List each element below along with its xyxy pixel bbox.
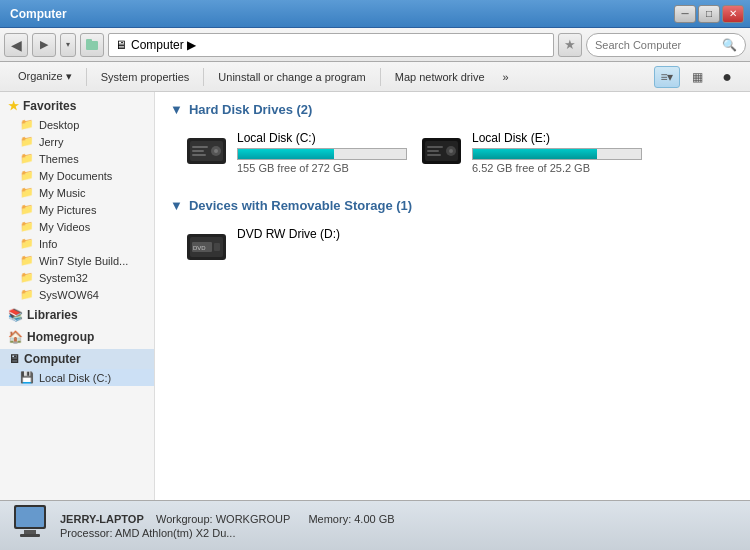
libraries-section: 📚 Libraries <box>0 305 154 325</box>
hard-disk-arrow: ▼ <box>170 102 183 117</box>
libraries-label: Libraries <box>27 308 78 322</box>
mymusic-folder-icon: 📁 <box>20 186 34 199</box>
up-button[interactable] <box>80 33 104 57</box>
window-title: Computer <box>10 7 67 21</box>
sidebar: ★ Favorites 📁 Desktop 📁 Jerry 📁 Themes 📁… <box>0 92 155 500</box>
sidebar-item-local-c[interactable]: 💾 Local Disk (C:) <box>0 369 154 386</box>
uninstall-button[interactable]: Uninstall or change a program <box>210 66 373 88</box>
svg-rect-14 <box>427 150 439 152</box>
sidebar-item-mypictures[interactable]: 📁 My Pictures <box>0 201 154 218</box>
status-line-1: JERRY-LAPTOP Workgroup: WORKGROUP Memory… <box>60 513 395 525</box>
favorites-star-icon: ★ <box>8 99 19 113</box>
window-controls: ─ □ ✕ <box>674 5 744 23</box>
preview-button[interactable]: ● <box>714 66 740 88</box>
computer-header[interactable]: 🖥 Computer <box>0 349 154 369</box>
mypictures-folder-icon: 📁 <box>20 203 34 216</box>
drive-c-name: Local Disk (C:) <box>237 131 407 145</box>
favorite-star-button[interactable]: ★ <box>558 33 582 57</box>
svg-text:DVD: DVD <box>193 245 206 251</box>
drive-c-bar-bg <box>237 148 407 160</box>
homegroup-label: Homegroup <box>27 330 94 344</box>
search-input[interactable] <box>595 39 718 51</box>
dvd-drive-image: DVD <box>184 227 229 267</box>
maximize-button[interactable]: □ <box>698 5 720 23</box>
address-bar: ◀ ▶ ▾ 🖥 Computer ▶ ★ 🔍 <box>0 28 750 62</box>
homegroup-header[interactable]: 🏠 Homegroup <box>0 327 154 347</box>
minimize-button[interactable]: ─ <box>674 5 696 23</box>
dvd-drive-item[interactable]: DVD DVD RW Drive (D:) <box>180 223 400 271</box>
drive-e-name: Local Disk (E:) <box>472 131 642 145</box>
sidebar-myvideos-label: My Videos <box>39 221 90 233</box>
forward-button[interactable]: ▶ <box>32 33 56 57</box>
removable-title: Devices with Removable Storage (1) <box>189 198 412 213</box>
svg-rect-23 <box>24 530 36 534</box>
removable-grid: DVD DVD RW Drive (D:) <box>170 223 735 271</box>
content-area: ▼ Hard Disk Drives (2) <box>155 92 750 500</box>
info-folder-icon: 📁 <box>20 237 34 250</box>
svg-rect-15 <box>427 154 441 156</box>
drive-c-free: 155 GB free of 272 GB <box>237 162 407 174</box>
jerry-folder-icon: 📁 <box>20 135 34 148</box>
toolbar-view-controls: ≡▾ ▦ ● <box>654 66 740 88</box>
sidebar-item-info[interactable]: 📁 Info <box>0 235 154 252</box>
more-options-button[interactable]: » <box>495 66 517 88</box>
favorites-header[interactable]: ★ Favorites <box>0 96 154 116</box>
drive-c-item[interactable]: Local Disk (C:) 155 GB free of 272 GB <box>180 127 400 178</box>
sidebar-item-system32[interactable]: 📁 System32 <box>0 269 154 286</box>
libraries-header[interactable]: 📚 Libraries <box>0 305 154 325</box>
drive-e-bar-bg <box>472 148 642 160</box>
sidebar-system32-label: System32 <box>39 272 88 284</box>
hard-drives-grid: Local Disk (C:) 155 GB free of 272 GB <box>170 127 735 178</box>
sidebar-mymusic-label: My Music <box>39 187 85 199</box>
removable-header: ▼ Devices with Removable Storage (1) <box>170 198 735 213</box>
toolbar: Organize ▾ System properties Uninstall o… <box>0 62 750 92</box>
svg-rect-8 <box>192 154 206 156</box>
system-properties-button[interactable]: System properties <box>93 66 198 88</box>
desktop-folder-icon: 📁 <box>20 118 34 131</box>
syswow64-folder-icon: 📁 <box>20 288 34 301</box>
svg-point-12 <box>449 149 453 153</box>
back-button[interactable]: ◀ <box>4 33 28 57</box>
drive-e-item[interactable]: Local Disk (E:) 6.52 GB free of 25.2 GB <box>415 127 635 178</box>
sidebar-item-syswow64[interactable]: 📁 SysWOW64 <box>0 286 154 303</box>
status-line-2: Processor: AMD Athlon(tm) X2 Du... <box>60 527 395 539</box>
view-list-button[interactable]: ≡▾ <box>654 66 680 88</box>
sidebar-item-desktop[interactable]: 📁 Desktop <box>0 116 154 133</box>
drive-e-image <box>419 131 464 171</box>
map-network-button[interactable]: Map network drive <box>387 66 493 88</box>
main-area: ★ Favorites 📁 Desktop 📁 Jerry 📁 Themes 📁… <box>0 92 750 500</box>
processor-value: AMD Athlon(tm) X2 Du... <box>115 527 235 539</box>
title-bar: Computer ─ □ ✕ <box>0 0 750 28</box>
homegroup-icon: 🏠 <box>8 330 23 344</box>
sidebar-item-jerry[interactable]: 📁 Jerry <box>0 133 154 150</box>
favorites-label: Favorites <box>23 99 76 113</box>
hdd-c-icon <box>184 132 229 170</box>
nav-dropdown-button[interactable]: ▾ <box>60 33 76 57</box>
sidebar-item-mymusic[interactable]: 📁 My Music <box>0 184 154 201</box>
toolbar-separator-1 <box>86 68 87 86</box>
svg-rect-6 <box>192 146 208 148</box>
win7style-folder-icon: 📁 <box>20 254 34 267</box>
search-box[interactable]: 🔍 <box>586 33 746 57</box>
workgroup-value: WORKGROUP <box>216 513 290 525</box>
status-info: JERRY-LAPTOP Workgroup: WORKGROUP Memory… <box>60 513 395 539</box>
system32-folder-icon: 📁 <box>20 271 34 284</box>
sidebar-desktop-label: Desktop <box>39 119 79 131</box>
sidebar-jerry-label: Jerry <box>39 136 63 148</box>
computer-icon: 🖥 <box>8 352 20 366</box>
drive-c-image <box>184 131 229 171</box>
dvd-info: DVD RW Drive (D:) <box>237 227 396 244</box>
sidebar-syswow64-label: SysWOW64 <box>39 289 99 301</box>
organize-button[interactable]: Organize ▾ <box>10 66 80 88</box>
sidebar-item-mydocs[interactable]: 📁 My Documents <box>0 167 154 184</box>
view-grid-button[interactable]: ▦ <box>684 66 710 88</box>
address-path[interactable]: 🖥 Computer ▶ <box>108 33 554 57</box>
toolbar-separator-2 <box>203 68 204 86</box>
sidebar-item-themes[interactable]: 📁 Themes <box>0 150 154 167</box>
sidebar-item-win7style[interactable]: 📁 Win7 Style Build... <box>0 252 154 269</box>
close-button[interactable]: ✕ <box>722 5 744 23</box>
memory-label: Memory: <box>308 513 351 525</box>
mydocs-folder-icon: 📁 <box>20 169 34 182</box>
sidebar-item-myvideos[interactable]: 📁 My Videos <box>0 218 154 235</box>
sidebar-mypictures-label: My Pictures <box>39 204 96 216</box>
